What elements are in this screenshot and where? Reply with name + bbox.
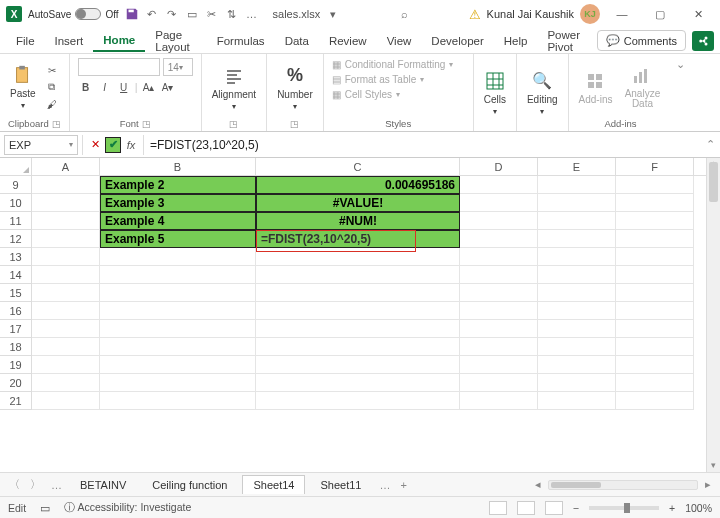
cell-E16[interactable] xyxy=(538,302,616,320)
cell-C21[interactable] xyxy=(256,392,460,410)
hscroll-left-icon[interactable]: ◂ xyxy=(532,478,544,491)
cell-F12[interactable] xyxy=(616,230,694,248)
formula-input[interactable]: =FDIST(23,10^20,5) xyxy=(144,138,700,152)
cell-A14[interactable] xyxy=(32,266,100,284)
normal-view-button[interactable] xyxy=(489,501,507,515)
row-header-11[interactable]: 11 xyxy=(0,212,32,230)
new-sheet-button[interactable]: + xyxy=(397,479,409,491)
tab-view[interactable]: View xyxy=(377,31,422,51)
row-header-20[interactable]: 20 xyxy=(0,374,32,392)
row-header-9[interactable]: 9 xyxy=(0,176,32,194)
cell-A17[interactable] xyxy=(32,320,100,338)
cell-F21[interactable] xyxy=(616,392,694,410)
cell-C16[interactable] xyxy=(256,302,460,320)
col-header-A[interactable]: A xyxy=(32,158,100,175)
cancel-formula-button[interactable]: ✕ xyxy=(87,137,103,153)
zoom-in-button[interactable]: + xyxy=(669,502,675,514)
font-launcher-icon[interactable]: ◳ xyxy=(142,119,151,129)
cell-E14[interactable] xyxy=(538,266,616,284)
cell-D11[interactable] xyxy=(460,212,538,230)
cell-F17[interactable] xyxy=(616,320,694,338)
cell-F10[interactable] xyxy=(616,194,694,212)
cell-B18[interactable] xyxy=(100,338,256,356)
cell-A15[interactable] xyxy=(32,284,100,302)
cell-E21[interactable] xyxy=(538,392,616,410)
cell-E11[interactable] xyxy=(538,212,616,230)
cell-E20[interactable] xyxy=(538,374,616,392)
tab-data[interactable]: Data xyxy=(275,31,319,51)
col-header-C[interactable]: C xyxy=(256,158,460,175)
decrease-font-icon[interactable]: A▾ xyxy=(160,80,176,94)
conditional-formatting-button[interactable]: ▦Conditional Formatting▾ xyxy=(332,58,454,71)
zoom-slider[interactable] xyxy=(589,506,659,510)
cell-E9[interactable] xyxy=(538,176,616,194)
cells-button[interactable]: Cells ▾ xyxy=(482,68,508,118)
row-header-12[interactable]: 12 xyxy=(0,230,32,248)
touch-icon[interactable]: ▭ xyxy=(185,7,199,21)
stats-icon[interactable]: ▭ xyxy=(40,502,50,514)
cell-D9[interactable] xyxy=(460,176,538,194)
cell-C17[interactable] xyxy=(256,320,460,338)
cell-B14[interactable] xyxy=(100,266,256,284)
sheet-nav-prev[interactable]: 〈 xyxy=(6,477,23,492)
row-header-14[interactable]: 14 xyxy=(0,266,32,284)
cell-B12[interactable]: Example 5 xyxy=(100,230,256,248)
maximize-button[interactable]: ▢ xyxy=(644,0,676,28)
hscroll-right-icon[interactable]: ▸ xyxy=(702,478,714,491)
alignment-button[interactable]: Alignment ▾ xyxy=(210,63,258,113)
col-header-E[interactable]: E xyxy=(538,158,616,175)
cell-E19[interactable] xyxy=(538,356,616,374)
cell-F9[interactable] xyxy=(616,176,694,194)
cell-F20[interactable] xyxy=(616,374,694,392)
cell-F13[interactable] xyxy=(616,248,694,266)
cell-F14[interactable] xyxy=(616,266,694,284)
cell-F11[interactable] xyxy=(616,212,694,230)
sort-icon[interactable]: ⇅ xyxy=(225,7,239,21)
cell-D17[interactable] xyxy=(460,320,538,338)
cell-E13[interactable] xyxy=(538,248,616,266)
cell-E12[interactable] xyxy=(538,230,616,248)
scroll-thumb[interactable] xyxy=(709,162,718,202)
cell-A11[interactable] xyxy=(32,212,100,230)
cell-B10[interactable]: Example 3 xyxy=(100,194,256,212)
scroll-down-icon[interactable]: ▾ xyxy=(707,460,720,472)
page-layout-view-button[interactable] xyxy=(517,501,535,515)
cell-C9[interactable]: 0.004695186 xyxy=(256,176,460,194)
increase-font-icon[interactable]: A▴ xyxy=(141,80,157,94)
fx-icon[interactable]: fx xyxy=(123,137,139,153)
row-header-16[interactable]: 16 xyxy=(0,302,32,320)
cell-C19[interactable] xyxy=(256,356,460,374)
row-header-13[interactable]: 13 xyxy=(0,248,32,266)
tab-developer[interactable]: Developer xyxy=(421,31,493,51)
user-account[interactable]: Kunal Jai Kaushik KJ xyxy=(487,4,600,24)
tab-formulas[interactable]: Formulas xyxy=(207,31,275,51)
more-titlebar-icon[interactable]: … xyxy=(245,7,259,21)
cell-E18[interactable] xyxy=(538,338,616,356)
autosave-toggle[interactable]: AutoSave Off xyxy=(28,8,119,20)
zoom-out-button[interactable]: − xyxy=(573,502,579,514)
accessibility-status[interactable]: ⓘ Accessibility: Investigate xyxy=(64,501,191,515)
cell-B9[interactable]: Example 2 xyxy=(100,176,256,194)
tab-help[interactable]: Help xyxy=(494,31,538,51)
bold-button[interactable]: B xyxy=(78,80,94,94)
cell-B13[interactable] xyxy=(100,248,256,266)
cell-A12[interactable] xyxy=(32,230,100,248)
tab-file[interactable]: File xyxy=(6,31,45,51)
row-header-18[interactable]: 18 xyxy=(0,338,32,356)
tab-home[interactable]: Home xyxy=(93,30,145,52)
cell-A18[interactable] xyxy=(32,338,100,356)
row-header-17[interactable]: 17 xyxy=(0,320,32,338)
vertical-scrollbar[interactable]: ▴ ▾ xyxy=(706,158,720,472)
copy-button[interactable]: ⧉ xyxy=(44,80,60,94)
analyze-data-button[interactable]: Analyze Data xyxy=(620,63,664,112)
comments-button[interactable]: 💬 Comments xyxy=(597,30,686,51)
cell-B11[interactable]: Example 4 xyxy=(100,212,256,230)
cell-A9[interactable] xyxy=(32,176,100,194)
horizontal-scrollbar[interactable] xyxy=(548,480,698,490)
tab-power-pivot[interactable]: Power Pivot xyxy=(537,25,596,57)
number-button[interactable]: % Number ▾ xyxy=(275,63,315,113)
cell-C11[interactable]: #NUM! xyxy=(256,212,460,230)
number-launcher-icon[interactable]: ◳ xyxy=(290,119,299,129)
cell-D13[interactable] xyxy=(460,248,538,266)
select-all-corner[interactable] xyxy=(0,158,32,175)
